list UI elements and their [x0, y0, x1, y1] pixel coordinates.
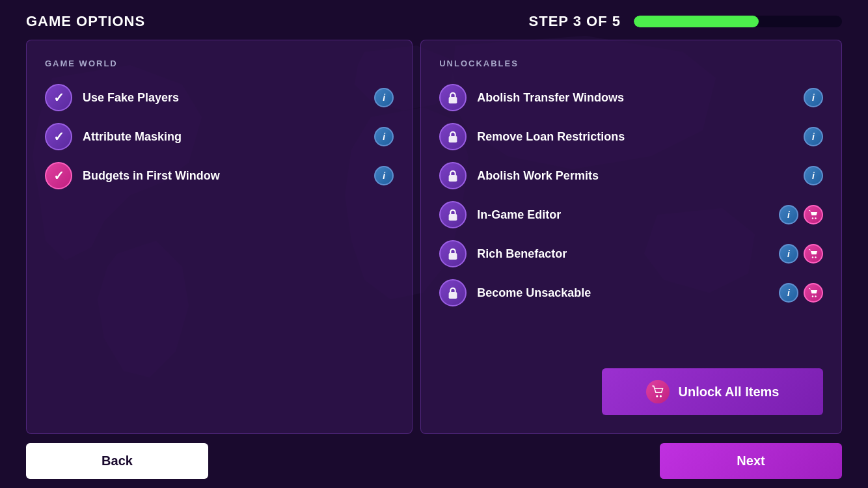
unlock-all-label: Unlock All Items [679, 385, 780, 400]
unlock-all-items-button[interactable]: Unlock All Items [602, 368, 823, 415]
game-world-panel: GAME WORLD ✓ Use Fake Players i ✓ Attrib… [26, 40, 413, 434]
unlockables-section-title: UNLOCKABLES [439, 59, 823, 68]
back-button[interactable]: Back [26, 443, 208, 479]
checkbox-use-fake-players[interactable]: ✓ [45, 84, 72, 111]
cart-icon [808, 210, 819, 220]
info-icon-attribute-masking[interactable]: i [374, 127, 394, 146]
checkmark-icon: ✓ [53, 169, 64, 182]
game-world-section-title: GAME WORLD [45, 59, 394, 68]
cart-icon-rich-benefactor[interactable] [804, 244, 823, 264]
info-icon-use-fake-players[interactable]: i [374, 88, 394, 107]
lock-abolish-work [439, 162, 467, 189]
right-icons: i [804, 127, 823, 146]
lock-icon [446, 169, 459, 182]
checkmark-icon: ✓ [53, 130, 64, 143]
svg-point-5 [815, 217, 816, 219]
svg-rect-1 [449, 136, 457, 142]
lock-icon [446, 130, 459, 143]
list-item: Rich Benefactor i [439, 240, 823, 267]
right-icons: i [779, 283, 823, 303]
list-item: Abolish Transfer Windows i [439, 84, 823, 111]
option-label-abolish-transfer: Abolish Transfer Windows [477, 91, 793, 105]
checkmark-icon: ✓ [53, 91, 64, 104]
lock-icon [446, 247, 459, 260]
list-item: In-Game Editor i [439, 201, 823, 228]
cart-icon [808, 288, 819, 298]
lock-rich-benefactor [439, 240, 467, 267]
step-container: STEP 3 OF 5 [529, 13, 842, 30]
info-icon-rich-benefactor[interactable]: i [779, 244, 798, 264]
unlock-cart-icon [646, 380, 670, 403]
svg-point-13 [659, 395, 661, 397]
list-item: Abolish Work Permits i [439, 162, 823, 189]
option-label-become-unsackable: Become Unsackable [477, 286, 768, 300]
svg-point-11 [815, 295, 816, 297]
svg-point-7 [812, 256, 813, 258]
svg-rect-9 [449, 292, 457, 299]
right-icons: i [804, 88, 823, 107]
option-label-abolish-work: Abolish Work Permits [477, 169, 793, 183]
right-icons: i [779, 205, 823, 224]
cart-icon [808, 249, 819, 259]
lock-icon [446, 208, 459, 221]
page-title: Game Options [26, 13, 145, 30]
info-icon-budgets-first-window[interactable]: i [374, 166, 394, 185]
svg-rect-0 [449, 97, 457, 103]
checkbox-attribute-masking[interactable]: ✓ [45, 123, 72, 150]
option-label-budgets-first-window: Budgets in First Window [83, 169, 364, 183]
cart-icon-become-unsackable[interactable] [804, 283, 823, 303]
lock-remove-loan [439, 123, 467, 150]
lock-icon [446, 91, 459, 104]
list-item: ✓ Budgets in First Window i [45, 162, 394, 189]
list-item: Become Unsackable i [439, 279, 823, 306]
list-item: ✓ Use Fake Players i [45, 84, 394, 111]
list-item: Remove Loan Restrictions i [439, 123, 823, 150]
option-label-remove-loan: Remove Loan Restrictions [477, 130, 793, 144]
option-label-rich-benefactor: Rich Benefactor [477, 247, 768, 261]
lock-icon [446, 286, 459, 299]
info-icon-become-unsackable[interactable]: i [779, 283, 798, 303]
unlockables-panel: UNLOCKABLES Abolish Transfer Windows i [420, 40, 842, 434]
svg-rect-3 [449, 214, 457, 221]
option-label-in-game-editor: In-Game Editor [477, 208, 768, 222]
bottom-bar: Back Next [0, 434, 868, 488]
right-icons: i [779, 244, 823, 264]
lock-in-game-editor [439, 201, 467, 228]
checkbox-budgets-first-window[interactable]: ✓ [45, 162, 72, 189]
cart-icon [651, 385, 664, 398]
right-icons: i [804, 166, 823, 185]
option-label-use-fake-players: Use Fake Players [83, 91, 364, 105]
step-label: STEP 3 OF 5 [529, 13, 621, 30]
list-item: ✓ Attribute Masking i [45, 123, 394, 150]
svg-point-4 [812, 217, 813, 219]
lock-abolish-transfer [439, 84, 467, 111]
progress-bar-fill [634, 16, 759, 27]
info-icon-in-game-editor[interactable]: i [779, 205, 798, 224]
panels-area: GAME WORLD ✓ Use Fake Players i ✓ Attrib… [0, 40, 868, 434]
progress-bar-background [634, 16, 842, 27]
svg-rect-2 [449, 175, 457, 182]
svg-point-12 [656, 395, 658, 397]
svg-point-10 [812, 295, 813, 297]
info-icon-remove-loan[interactable]: i [804, 127, 823, 146]
svg-point-8 [815, 256, 816, 258]
option-label-attribute-masking: Attribute Masking [83, 130, 364, 144]
lock-become-unsackable [439, 279, 467, 306]
info-icon-abolish-transfer[interactable]: i [804, 88, 823, 107]
info-icon-abolish-work[interactable]: i [804, 166, 823, 185]
next-button[interactable]: Next [660, 443, 842, 479]
header: Game Options STEP 3 OF 5 [0, 0, 868, 40]
svg-rect-6 [449, 253, 457, 260]
cart-icon-in-game-editor[interactable] [804, 205, 823, 224]
